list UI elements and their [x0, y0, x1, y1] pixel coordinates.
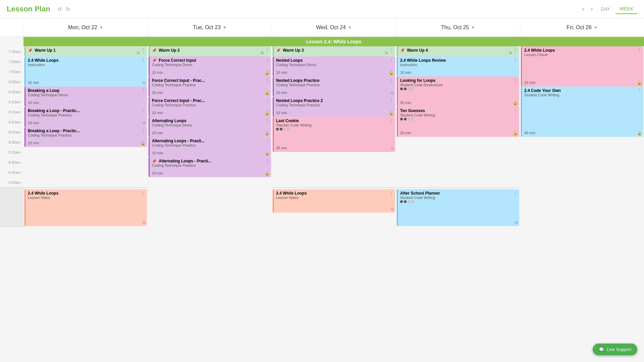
card-warm-up-4[interactable]: 📌 Warm Up 4 ⋮ ⧉	[397, 46, 519, 56]
lesson-banner: Lesson 2.4: While Loops	[23, 37, 644, 46]
card-warm-up-3[interactable]: 📌 Warm Up 3 ⋮ ⧉	[273, 46, 395, 56]
menu-icon[interactable]: ⋮	[141, 58, 146, 63]
pin-icon: 📌	[152, 159, 157, 163]
copy-icon[interactable]: ⧉	[143, 220, 146, 225]
dot-1	[400, 88, 403, 90]
week-view-button[interactable]: WEEK	[615, 4, 637, 14]
card-force-correct-prac2[interactable]: Force Correct Input - Prac... Coding Tec…	[149, 97, 271, 117]
lock-icon: 🔒	[265, 171, 270, 176]
copy-icon[interactable]: ⧉	[391, 207, 394, 211]
thu-dropdown-icon[interactable]: ▼	[471, 25, 475, 30]
day-header-mon[interactable]: Mon, Oct 22 ▼	[23, 18, 148, 37]
card-after-school-planner[interactable]: After School Planner Student Code Writin…	[397, 189, 519, 226]
day-header-tue[interactable]: Tue, Oct 23 ▼	[148, 18, 272, 37]
day-column-tue: 📌 Warm Up 2 ⋮ ⧉ 📌 Force Correct Input Co…	[148, 46, 272, 361]
app-title: Lesson Plan	[7, 5, 50, 13]
card-last-cookie[interactable]: Last Cookie Teacher Code Writing 25 min …	[273, 117, 395, 152]
lock-icon: 🔒	[637, 81, 642, 85]
lock-icon: 🔒	[389, 111, 394, 115]
menu-icon[interactable]: ⋮	[513, 58, 518, 63]
day-column-fri: 2.4 While Loops Lesson Check 15 min ⋮ 🔒 …	[520, 46, 644, 361]
card-breaking-loop[interactable]: Breaking a Loop Coding Technique Demo 10…	[24, 87, 147, 107]
card-while-loops-fri[interactable]: 2.4 While Loops Lesson Check 15 min ⋮ 🔒	[521, 46, 643, 87]
menu-icon[interactable]: ⋮	[389, 58, 394, 63]
card-while-loops-mon[interactable]: 2.4 While Loops Instruction 15 min ⋮ ⧉	[24, 56, 147, 87]
redo-button[interactable]: ↻	[64, 5, 72, 14]
menu-icon[interactable]: ⋮	[141, 88, 146, 93]
card-while-loops-review[interactable]: 2.4 While Loops Review Instruction 10 mi…	[397, 56, 519, 76]
nav-next-button[interactable]: ›	[588, 5, 595, 13]
nav-prev-button[interactable]: ‹	[580, 5, 587, 13]
card-nested-prac2[interactable]: Nested Loops Practice 2 Coding Technique…	[273, 97, 395, 117]
menu-icon[interactable]: ⋮	[265, 48, 270, 53]
card-alternating-loops[interactable]: Alternating Loops Coding Technique Demo …	[149, 117, 271, 137]
dot-2	[404, 200, 407, 203]
undo-button[interactable]: ↺	[55, 5, 64, 14]
card-while-loops-hw-mon[interactable]: 2.4 While Loops Lesson Video ⋮ ⧉	[24, 189, 147, 226]
fri-dropdown-icon[interactable]: ▼	[594, 25, 598, 30]
copy-icon[interactable]: ⧉	[385, 51, 388, 55]
dot-3	[408, 88, 410, 90]
time-column: 7:45am 7:50am 7:55am 8:00am 8:05am 8:10a…	[0, 46, 23, 361]
menu-icon[interactable]: ⋮	[141, 191, 146, 196]
lock-icon: 🔒	[265, 151, 270, 156]
menu-icon[interactable]: ⋮	[637, 48, 642, 53]
dot-4	[287, 128, 290, 131]
menu-icon[interactable]: ⋮	[513, 78, 518, 83]
copy-icon[interactable]: ⧉	[143, 121, 146, 125]
menu-icon[interactable]: ⋮	[265, 78, 270, 83]
copy-icon[interactable]: ⧉	[261, 51, 264, 55]
card-breaking-loop-prac2[interactable]: Breaking a Loop - Practic... Coding Tech…	[24, 127, 147, 147]
day-header-wed[interactable]: Wed, Oct 24 ▼	[272, 18, 396, 37]
menu-icon[interactable]: ⋮	[265, 58, 270, 63]
menu-icon[interactable]: ⋮	[637, 88, 642, 93]
day-column-wed: 📌 Warm Up 3 ⋮ ⧉ Nested Loops Coding Tech…	[272, 46, 396, 361]
copy-icon[interactable]: ⧉	[391, 146, 394, 151]
card-breaking-loop-prac1[interactable]: Breaking a Loop - Practic... Coding Tech…	[24, 107, 147, 127]
card-alternating-prac2[interactable]: 📌 Alternating Loops - Practi... Coding T…	[149, 157, 271, 177]
dot-4	[411, 88, 414, 90]
copy-icon[interactable]: ⧉	[143, 81, 146, 85]
dot-1	[276, 128, 279, 131]
card-alternating-prac1[interactable]: Alternating Loops - Practi... Coding Tec…	[149, 137, 271, 157]
day-view-button[interactable]: DAY	[597, 4, 614, 14]
copy-icon[interactable]: ⧉	[515, 220, 518, 225]
menu-icon[interactable]: ⋮	[389, 118, 394, 123]
copy-icon[interactable]: ⧉	[509, 51, 512, 55]
chat-icon: 💬	[599, 347, 604, 352]
card-force-correct-prac1[interactable]: Force Correct Input - Prac... Coding Tec…	[149, 76, 271, 97]
menu-icon[interactable]: ⋮	[513, 48, 518, 53]
menu-icon[interactable]: ⋮	[141, 128, 146, 134]
card-force-correct[interactable]: 📌 Force Correct Input Coding Technique D…	[149, 56, 271, 76]
tue-dropdown-icon[interactable]: ▼	[223, 25, 227, 30]
menu-icon[interactable]: ⋮	[265, 118, 270, 123]
mon-dropdown-icon[interactable]: ▼	[99, 25, 103, 30]
menu-icon[interactable]: ⋮	[389, 78, 394, 83]
wed-dropdown-icon[interactable]: ▼	[348, 25, 352, 30]
live-support-button[interactable]: 💬 Live Support	[593, 344, 637, 355]
card-while-loops-hw-wed[interactable]: 2.4 While Loops Lesson Notes ⋮ ⧉	[273, 189, 395, 213]
day-header-thu[interactable]: Thu, Oct 25 ▼	[396, 18, 520, 37]
lock-icon: 🔒	[265, 91, 270, 95]
card-code-your-own[interactable]: 2.4 Code Your Own Student Code Writing 4…	[521, 87, 643, 137]
menu-icon[interactable]: ⋮	[389, 48, 394, 53]
dot-3	[408, 118, 410, 120]
card-ten-guesses[interactable]: Ten Guesses Student Code Writing 20 min …	[397, 107, 519, 137]
menu-icon[interactable]: ⋮	[513, 191, 518, 196]
menu-icon[interactable]: ⋮	[389, 191, 394, 196]
dot-1	[400, 118, 403, 120]
menu-icon[interactable]: ⋮	[389, 98, 394, 103]
dot-2	[280, 128, 282, 131]
menu-icon[interactable]: ⋮	[141, 108, 146, 113]
card-warm-up-2[interactable]: 📌 Warm Up 2 ⋮ ⧉	[149, 46, 271, 56]
card-looking-loops[interactable]: Looking for Loops Student Code Restructu…	[397, 76, 519, 107]
menu-icon[interactable]: ⋮	[513, 108, 518, 113]
dot-3	[408, 200, 410, 203]
menu-icon[interactable]: ⋮	[265, 158, 270, 164]
menu-icon[interactable]: ⋮	[265, 138, 270, 144]
copy-icon[interactable]: ⧉	[391, 91, 394, 95]
card-nested-loops[interactable]: Nested Loops Coding Technique Demo 10 mi…	[273, 56, 395, 76]
menu-icon[interactable]: ⋮	[265, 98, 270, 103]
card-nested-prac1[interactable]: Nested Loops Practice Coding Technique P…	[273, 76, 395, 97]
day-header-fri[interactable]: Fri, Oct 26 ▼	[520, 18, 644, 37]
